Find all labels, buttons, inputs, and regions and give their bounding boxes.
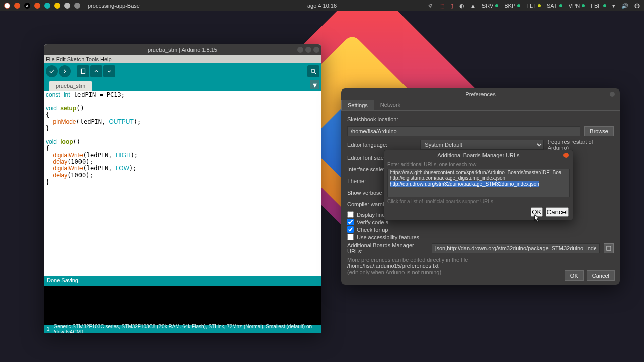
gnome-topbar: A processing-app-Base ago 4 10:16 ⛭ ⬚ ▯ … <box>0 0 644 11</box>
tray-icon[interactable] <box>34 3 40 9</box>
tray-icon[interactable]: ⬚ <box>439 3 444 9</box>
addl-urls-label: Additional Boards Manager URLs: <box>347 242 428 254</box>
power-icon[interactable]: ⏻ <box>634 3 640 9</box>
footer-bar: 1 Generic STM32F103C series, STM32F103C8… <box>44 325 321 333</box>
cancel-button[interactable]: Cancel <box>587 270 615 281</box>
active-app-label[interactable]: processing-app-Base <box>88 3 140 9</box>
more-prefs-label: More preferences can be edited directly … <box>347 257 614 263</box>
board-info: Generic STM32F103C series, STM32F103C8 (… <box>54 324 318 334</box>
indicator-fbf[interactable]: FBF <box>591 3 606 9</box>
urls-textarea[interactable]: https://raw.githubusercontent.com/sparkf… <box>387 169 570 197</box>
arduino-window: prueba_stm | Arduino 1.8.15 File Edit Sk… <box>44 44 321 333</box>
indicator-sat[interactable]: SAT <box>547 3 562 9</box>
open-button[interactable] <box>90 65 102 77</box>
status-bar: Done Saving. <box>44 276 321 286</box>
menu-sketch[interactable]: Sketch <box>67 56 85 62</box>
tray-icon[interactable]: A <box>24 3 30 9</box>
sketch-tab[interactable]: prueba_stm <box>49 81 92 90</box>
menu-file[interactable]: File <box>46 56 55 62</box>
svg-rect-3 <box>607 246 611 250</box>
sketchbook-label: Sketchbook location: <box>347 116 418 122</box>
topbar-right-tray: ⛭ ⬚ ▯ ◐ ▲ SRV BKP FLT SAT VPN FBF ▾ 🔊 ⏻ <box>428 3 640 9</box>
prefs-title: Preferences <box>465 91 495 97</box>
prefs-path: /home/fisa/.arduino15/preferences.txt <box>347 263 614 269</box>
svg-point-1 <box>311 69 315 73</box>
tray-icon[interactable]: ◐ <box>459 3 464 9</box>
prefs-titlebar[interactable]: Preferences <box>341 88 620 100</box>
verify-button[interactable] <box>46 65 58 77</box>
display-line-checkbox[interactable] <box>347 211 354 218</box>
indicator-vpn[interactable]: VPN <box>569 3 585 9</box>
tab-menu-button[interactable]: ▾ <box>310 80 319 89</box>
sketchbook-input[interactable] <box>347 126 580 136</box>
editor-lang-label: Editor language: <box>347 142 416 148</box>
tray-icon[interactable]: ⛭ <box>428 3 433 9</box>
tray-icon[interactable] <box>54 3 60 9</box>
arduino-toolbar <box>44 63 321 79</box>
maximize-button[interactable] <box>305 47 311 53</box>
upload-button[interactable] <box>59 65 71 77</box>
menu-edit[interactable]: Edit <box>56 56 66 62</box>
urls-titlebar[interactable]: Additional Boards Manager URLs <box>384 150 573 160</box>
urls-hint: Enter additional URLs, one for each row <box>387 162 570 167</box>
edit-urls-button[interactable] <box>604 243 614 253</box>
indicator-bkp[interactable]: BKP <box>504 3 520 9</box>
tray-icon[interactable] <box>4 3 10 9</box>
battery-icon[interactable]: ▯ <box>450 3 453 9</box>
ok-button[interactable]: OK <box>565 270 584 281</box>
svg-line-2 <box>314 72 316 74</box>
menu-tools[interactable]: Tools <box>86 56 99 62</box>
restart-note: (requires restart of Arduino) <box>548 139 614 151</box>
arduino-menubar: File Edit Sketch Tools Help <box>44 55 321 63</box>
window-title: prueba_stm | Arduino 1.8.15 <box>148 47 217 53</box>
minimize-button[interactable] <box>297 47 303 53</box>
clock[interactable]: ago 4 10:16 <box>307 3 337 9</box>
new-button[interactable] <box>77 65 89 77</box>
verify-code-checkbox[interactable] <box>347 219 354 225</box>
tray-icon[interactable] <box>74 3 80 9</box>
tray-icon[interactable] <box>14 3 20 9</box>
browse-button[interactable]: Browse <box>584 126 614 136</box>
code-editor[interactable]: const int ledPIN = PC13; void setup() { … <box>44 90 321 276</box>
additional-urls-dialog: Additional Boards Manager URLs Enter add… <box>384 150 573 220</box>
close-button[interactable] <box>564 153 569 158</box>
tray-icon[interactable] <box>44 3 50 9</box>
save-button[interactable] <box>103 65 115 77</box>
urls-title: Additional Boards Manager URLs <box>437 152 519 158</box>
editor-lang-select[interactable]: System Default <box>420 140 543 150</box>
close-button[interactable] <box>610 92 615 97</box>
volume-icon[interactable]: 🔊 <box>621 3 628 9</box>
ok-button[interactable]: OK <box>531 207 542 217</box>
console[interactable] <box>44 286 321 325</box>
arduino-titlebar[interactable]: prueba_stm | Arduino 1.8.15 <box>44 44 321 55</box>
check-updates-checkbox[interactable] <box>347 226 354 233</box>
accessibility-checkbox[interactable] <box>347 234 354 240</box>
tray-icon[interactable]: ▲ <box>470 3 476 9</box>
svg-rect-0 <box>82 69 85 73</box>
indicator-flt[interactable]: FLT <box>526 3 541 9</box>
serial-monitor-button[interactable] <box>307 65 319 77</box>
tab-settings[interactable]: Settings <box>341 100 374 110</box>
cancel-button[interactable]: Cancel <box>546 207 569 217</box>
addl-urls-input[interactable] <box>432 243 600 253</box>
tray-icon[interactable] <box>64 3 70 9</box>
indicator-srv[interactable]: SRV <box>482 3 498 9</box>
tab-network[interactable]: Network <box>374 100 407 110</box>
menu-help[interactable]: Help <box>100 56 112 62</box>
topbar-left-tray: A processing-app-Base <box>4 3 140 9</box>
arduino-tabbar: prueba_stm ▾ <box>44 79 321 90</box>
prefs-tabs: Settings Network <box>341 100 620 111</box>
line-number: 1 <box>47 326 50 332</box>
unofficial-link[interactable]: Click for a list of unofficial boards su… <box>387 199 570 204</box>
close-button[interactable] <box>313 47 319 53</box>
wifi-icon[interactable]: ▾ <box>612 3 615 9</box>
